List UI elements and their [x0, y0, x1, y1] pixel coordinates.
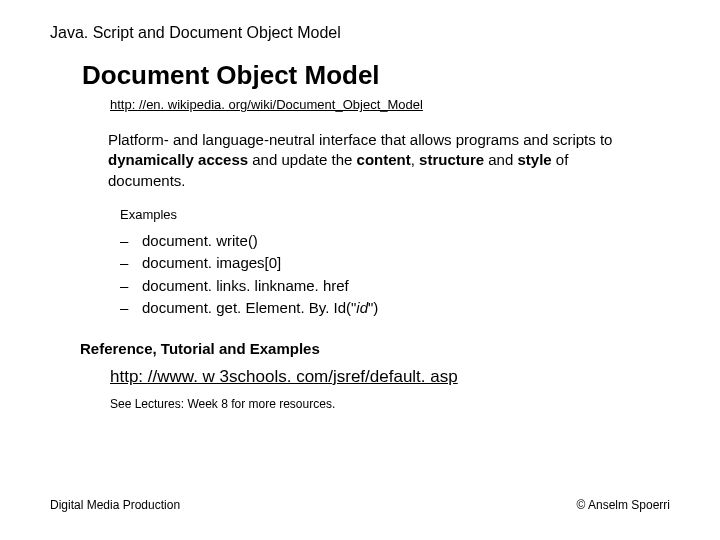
example-code: document. get. Element. By. Id(" [142, 299, 356, 316]
footer: Digital Media Production © Anselm Spoerr… [50, 498, 670, 512]
footer-left: Digital Media Production [50, 498, 180, 512]
list-item: –document. get. Element. By. Id("id") [120, 297, 670, 320]
list-item: –document. links. linkname. href [120, 275, 670, 298]
list-item: –document. write() [120, 230, 670, 253]
desc-bold-access: dynamically access [108, 151, 248, 168]
examples-label: Examples [120, 207, 670, 222]
dash-icon: – [120, 297, 142, 320]
example-code: document. images[0] [142, 254, 281, 271]
w3schools-link[interactable]: http: //www. w 3schools. com/jsref/defau… [110, 367, 670, 387]
list-item: –document. images[0] [120, 252, 670, 275]
desc-bold-content: content [357, 151, 411, 168]
page-header: Java. Script and Document Object Model [50, 24, 670, 42]
desc-text: , [411, 151, 419, 168]
example-code: ") [368, 299, 378, 316]
description-paragraph: Platform- and language-neutral interface… [108, 130, 640, 191]
main-title: Document Object Model [82, 60, 670, 91]
footer-right: © Anselm Spoerri [576, 498, 670, 512]
example-code: document. links. linkname. href [142, 277, 349, 294]
example-arg: id [356, 299, 368, 316]
example-code: document. write() [142, 232, 258, 249]
desc-text: and update the [248, 151, 356, 168]
dash-icon: – [120, 252, 142, 275]
desc-text: Platform- and language-neutral interface… [108, 131, 612, 148]
desc-bold-style: style [517, 151, 551, 168]
wikipedia-link[interactable]: http: //en. wikipedia. org/wiki/Document… [110, 97, 670, 112]
examples-list: –document. write() –document. images[0] … [120, 230, 670, 320]
desc-bold-structure: structure [419, 151, 484, 168]
dash-icon: – [120, 275, 142, 298]
desc-text: and [484, 151, 517, 168]
dash-icon: – [120, 230, 142, 253]
reference-heading: Reference, Tutorial and Examples [80, 340, 670, 357]
see-lectures-note: See Lectures: Week 8 for more resources. [110, 397, 670, 411]
